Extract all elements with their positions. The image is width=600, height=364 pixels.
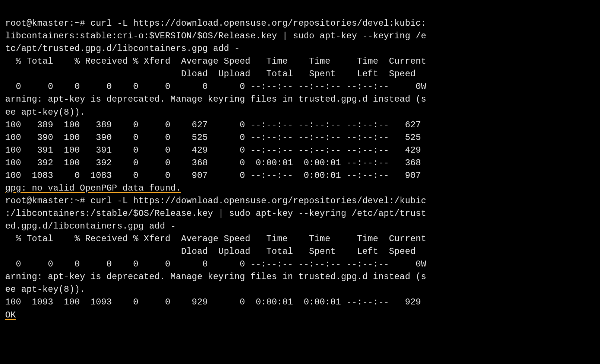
curl2-header2: Dload Upload Total Spent Left Speed <box>5 246 416 256</box>
cmd2-line2: :/libcontainers:/stable/$OS/Release.key … <box>5 208 426 218</box>
cmd2-line1: root@kmaster:~# curl -L https://download… <box>5 196 426 206</box>
curl-header1: % Total % Received % Xferd Average Speed… <box>5 56 426 66</box>
curl-row-3: 100 391 100 391 0 0 429 0 --:--:-- --:--… <box>5 145 421 155</box>
curl-row-1: 100 389 100 389 0 0 627 0 --:--:-- --:--… <box>5 120 421 130</box>
curl2-row-0: 0 0 0 0 0 0 0 0 --:--:-- --:--:-- --:--:… <box>5 259 426 269</box>
curl-row-4: 100 392 100 392 0 0 368 0 0:00:01 0:00:0… <box>5 158 421 168</box>
cmd2-line3: ed.gpg.d/libcontainers.gpg add - <box>5 221 176 231</box>
curl2-header1: % Total % Received % Xferd Average Speed… <box>5 234 426 244</box>
warning2-line1: arning: apt-key is deprecated. Manage ke… <box>5 272 426 282</box>
warning2-line2: ee apt-key(8)). <box>5 284 85 294</box>
curl-row-5: 100 1083 0 1083 0 0 907 0 --:--:-- 0:00:… <box>5 170 421 181</box>
warning-line1: arning: apt-key is deprecated. Manage ke… <box>5 94 426 104</box>
ok-result: OK <box>5 310 16 320</box>
terminal-output[interactable]: root@kmaster:~# curl -L https://download… <box>0 0 600 326</box>
warning-line2: ee apt-key(8)). <box>5 107 85 117</box>
curl-row-0: 0 0 0 0 0 0 0 0 --:--:-- --:--:-- --:--:… <box>5 82 426 92</box>
cmd1-line3: tc/apt/trusted.gpg.d/libcontainers.gpg a… <box>5 44 240 54</box>
gpg-error: gpg: no valid OpenPGP data found. <box>5 183 181 193</box>
cmd1-line2: libcontainers:stable:cri-o:$VERSION/$OS/… <box>5 31 426 41</box>
curl-row-2: 100 390 100 390 0 0 525 0 --:--:-- --:--… <box>5 132 421 143</box>
curl-header2: Dload Upload Total Spent Left Speed <box>5 69 416 79</box>
curl2-row-1: 100 1093 100 1093 0 0 929 0 0:00:01 0:00… <box>5 297 421 307</box>
cmd1-line1: root@kmaster:~# curl -L https://download… <box>5 18 426 28</box>
